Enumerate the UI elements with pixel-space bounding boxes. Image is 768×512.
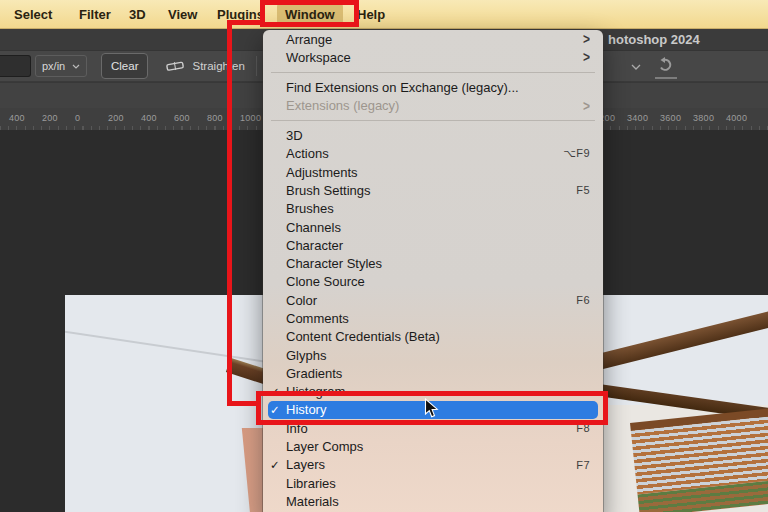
menubar-item-help[interactable]: Help [357, 0, 385, 28]
annotation-window-box [260, 0, 359, 27]
photo-ceiling-edge [65, 330, 288, 366]
chevron-down-icon [72, 64, 80, 69]
checkmark-icon: ✓ [270, 458, 280, 472]
menu-shortcut: F7 [576, 459, 590, 471]
menu-shortcut: F5 [576, 184, 590, 196]
straighten-button[interactable]: Straighten [165, 59, 244, 73]
menu-item-3d[interactable]: 3D [263, 126, 603, 144]
menu-item-extensions-legacy: Extensions (legacy) > [263, 96, 603, 114]
straighten-level-icon [165, 59, 185, 73]
menu-item-materials[interactable]: Materials [263, 492, 603, 510]
menu-item-arrange[interactable]: Arrange > [263, 30, 603, 48]
menubar-item-view[interactable]: View [168, 0, 197, 28]
menu-item-brushes[interactable]: Brushes [263, 200, 603, 218]
menu-shortcut: F6 [576, 294, 590, 306]
chevron-down-icon[interactable] [631, 64, 641, 70]
menu-shortcut: ⌥F9 [563, 147, 590, 160]
unit-dropdown-value: px/in [42, 60, 65, 72]
menubar-item-3d[interactable]: 3D [129, 0, 146, 28]
menubar-item-filter[interactable]: Filter [79, 0, 111, 28]
menu-item-character-styles[interactable]: Character Styles [263, 254, 603, 272]
annotation-connector-line [227, 20, 232, 406]
submenu-arrow-icon: > [583, 30, 590, 48]
reset-button[interactable] [655, 56, 677, 79]
window-title: hotoshop 2024 [608, 32, 700, 47]
menu-item-gradients[interactable]: Gradients [263, 364, 603, 382]
window-menu: Arrange > Workspace > Find Extensions on… [263, 30, 603, 512]
ruler-number: 1000 [240, 113, 261, 123]
menu-item-actions[interactable]: Actions ⌥F9 [263, 145, 603, 163]
menu-item-channels[interactable]: Channels [263, 218, 603, 236]
menu-item-character[interactable]: Character [263, 236, 603, 254]
menu-item-comments[interactable]: Comments [263, 309, 603, 327]
angle-value-input[interactable] [0, 55, 31, 77]
ruler-number: 3400 [627, 113, 648, 123]
options-divider [256, 56, 257, 76]
ruler-number: 400 [9, 113, 25, 123]
straighten-label: Straighten [192, 60, 244, 72]
menubar-item-select[interactable]: Select [14, 0, 52, 28]
ruler-number: 800 [207, 113, 223, 123]
clear-button[interactable]: Clear [101, 53, 148, 79]
menu-item-content-credentials-beta[interactable]: Content Credentials (Beta) [263, 328, 603, 346]
menu-separator [263, 115, 603, 127]
menu-item-find-extensions-on-exchange-legacy[interactable]: Find Extensions on Exchange (legacy)... [263, 78, 603, 96]
menu-item-brush-settings[interactable]: Brush Settings F5 [263, 181, 603, 199]
submenu-arrow-icon: > [583, 97, 590, 115]
ruler-number: 200 [108, 113, 124, 123]
menu-item-color[interactable]: Color F6 [263, 291, 603, 309]
ruler-number: 3800 [693, 113, 714, 123]
photo-wood-beam [584, 305, 768, 373]
ruler-number: 200 [42, 113, 58, 123]
ruler-number: 4000 [726, 113, 747, 123]
reset-circular-arrow-icon [657, 57, 675, 71]
menu-item-workspace[interactable]: Workspace > [263, 48, 603, 66]
ruler-number: 3600 [660, 113, 681, 123]
annotation-connector-line [227, 20, 265, 25]
ruler-number: 600 [174, 113, 190, 123]
menu-item-layers[interactable]: ✓ Layers F7 [263, 456, 603, 474]
menu-separator [263, 67, 603, 79]
menu-item-glyphs[interactable]: Glyphs [263, 346, 603, 364]
ruler-number: 0 [75, 113, 80, 123]
menu-item-adjustments[interactable]: Adjustments [263, 163, 603, 181]
menu-item-clone-source[interactable]: Clone Source [263, 273, 603, 291]
submenu-arrow-icon: > [583, 49, 590, 67]
menu-item-libraries[interactable]: Libraries [263, 474, 603, 492]
menubar: SelectFilter3DViewPluginsWindowHelp [0, 0, 768, 29]
mouse-cursor-icon [424, 398, 439, 423]
unit-dropdown[interactable]: px/in [35, 55, 87, 77]
menu-item-layer-comps[interactable]: Layer Comps [263, 437, 603, 455]
ruler-number: 400 [141, 113, 157, 123]
